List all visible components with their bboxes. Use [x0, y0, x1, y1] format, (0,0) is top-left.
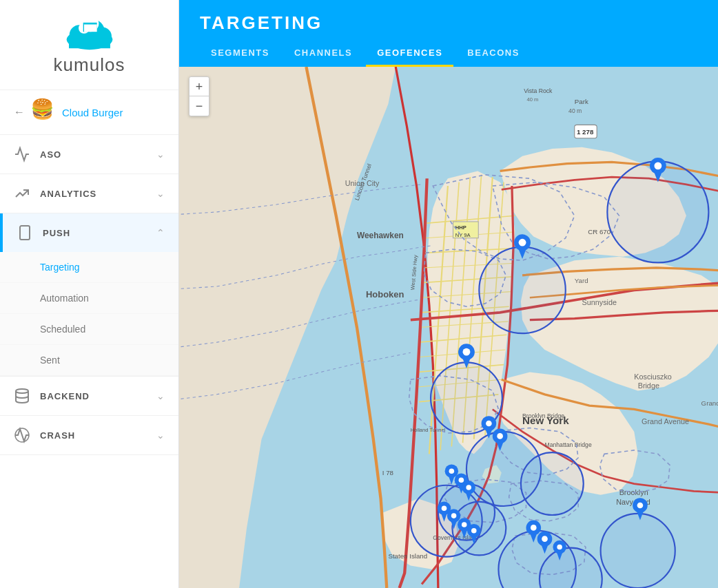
svg-text:Grand Avenue: Grand Avenue [701, 399, 718, 407]
svg-point-72 [479, 247, 565, 333]
svg-text:Grand Avenue: Grand Avenue [642, 417, 689, 426]
logo-text: kumulos [54, 54, 125, 76]
svg-text:Vista Rock: Vista Rock [524, 87, 553, 94]
svg-text:NY 9A: NY 9A [455, 232, 471, 238]
svg-text:Weehawken: Weehawken [357, 231, 404, 240]
svg-rect-4 [69, 39, 110, 49]
svg-text:HHP: HHP [455, 224, 466, 231]
svg-point-93 [486, 421, 492, 427]
svg-point-96 [497, 433, 503, 439]
svg-point-79 [601, 514, 675, 588]
svg-point-114 [462, 522, 467, 527]
back-arrow-icon: ← [14, 106, 25, 118]
map-background: Lincoln Tunnel West Side Hwy Manhattan B… [179, 67, 718, 588]
svg-point-111 [451, 513, 457, 518]
svg-text:Staten Island: Staten Island [388, 552, 427, 560]
svg-text:Park: Park [575, 98, 588, 105]
svg-point-75 [521, 452, 584, 515]
svg-point-90 [463, 348, 471, 356]
svg-text:1 278: 1 278 [577, 128, 594, 136]
tab-beacons[interactable]: BEACONS [456, 41, 531, 67]
zoom-out-button[interactable]: − [189, 96, 209, 116]
svg-point-84 [654, 162, 661, 169]
svg-point-117 [471, 528, 477, 534]
sidebar-item-scheduled[interactable]: Scheduled [0, 314, 178, 345]
app-selector[interactable]: ← 🍔 Cloud Burger [0, 90, 178, 135]
push-icon [17, 224, 33, 241]
sidebar-item-targeting[interactable]: Targeting [0, 252, 178, 283]
nav-item-backend[interactable]: BACKEND ⌄ [0, 377, 178, 415]
crash-chevron-icon: ⌄ [156, 430, 165, 441]
tab-channels[interactable]: CHANNELS [283, 41, 363, 67]
top-bar: TARGETING SEGMENTS CHANNELS GEOFENCES BE… [179, 0, 718, 67]
svg-point-108 [442, 506, 447, 512]
svg-text:Bridge: Bridge [638, 381, 659, 390]
svg-text:Manhattan Bridge: Manhattan Bridge [545, 441, 592, 448]
svg-point-123 [531, 525, 537, 531]
nav-section-push: PUSH ⌃ Targeting Automation Scheduled Se… [0, 213, 178, 377]
svg-text:Sunnyside: Sunnyside [582, 298, 617, 306]
logo-area: kumulos [0, 0, 178, 90]
svg-point-11 [16, 389, 28, 393]
svg-point-126 [542, 536, 548, 542]
svg-text:40 m: 40 m [527, 96, 539, 103]
aso-label: ASO [40, 149, 156, 160]
tab-segments[interactable]: SEGMENTS [200, 41, 280, 67]
svg-rect-8 [84, 25, 97, 32]
push-chevron-icon: ⌃ [156, 227, 165, 238]
push-sub-items: Targeting Automation Scheduled Sent [0, 252, 178, 376]
sidebar: kumulos ← 🍔 Cloud Burger ASO ⌄ ANALYTICS… [0, 0, 179, 588]
backend-chevron-icon: ⌄ [156, 390, 165, 401]
svg-rect-9 [20, 226, 30, 240]
nav-item-analytics[interactable]: ANALYTICS ⌄ [0, 174, 178, 213]
tabs-bar: SEGMENTS CHANNELS GEOFENCES BEACONS [179, 41, 718, 67]
svg-text:Hoboken: Hoboken [366, 289, 404, 300]
svg-text:Union City: Union City [345, 179, 380, 187]
crash-icon [14, 427, 30, 443]
nav-section-crash: CRASH ⌄ [0, 416, 178, 455]
map-container: Lincoln Tunnel West Side Hwy Manhattan B… [179, 67, 718, 588]
svg-text:Holland Tunnel: Holland Tunnel [411, 427, 446, 433]
nav-section-backend: BACKEND ⌄ [0, 377, 178, 416]
svg-text:New York: New York [522, 414, 569, 426]
nav-item-crash[interactable]: CRASH ⌄ [0, 416, 178, 454]
nav-item-aso[interactable]: ASO ⌄ [0, 135, 178, 174]
svg-text:Kosciuszko: Kosciuszko [634, 372, 672, 381]
sidebar-item-sent[interactable]: Sent [0, 345, 178, 376]
main-content: TARGETING SEGMENTS CHANNELS GEOFENCES BE… [179, 0, 718, 588]
svg-point-129 [557, 545, 562, 550]
svg-text:Yard: Yard [575, 277, 588, 284]
nav-section-aso: ASO ⌄ [0, 135, 178, 174]
page-title: TARGETING [179, 0, 718, 41]
svg-text:CR 670: CR 670 [588, 228, 611, 235]
nav-item-push[interactable]: PUSH ⌃ [0, 213, 178, 252]
svg-text:40 m: 40 m [568, 107, 582, 114]
svg-point-120 [637, 503, 644, 509]
svg-text:I 78: I 78 [382, 469, 393, 476]
map-zoom-controls: + − [189, 76, 209, 116]
push-label: PUSH [43, 228, 156, 238]
database-icon [14, 388, 30, 404]
analytics-label: ANALYTICS [40, 189, 156, 199]
analytics-icon [14, 185, 30, 202]
aso-chevron-icon: ⌄ [156, 149, 165, 160]
app-icon: 🍔 [30, 100, 55, 125]
app-name: Cloud Burger [62, 107, 123, 118]
tab-geofences[interactable]: GEOFENCES [366, 41, 453, 67]
backend-label: BACKEND [40, 391, 156, 401]
nav-section-analytics: ANALYTICS ⌄ [0, 174, 178, 213]
zoom-in-button[interactable]: + [189, 77, 209, 96]
svg-point-102 [459, 477, 464, 483]
analytics-chevron-icon: ⌄ [156, 188, 165, 199]
sidebar-item-automation[interactable]: Automation [0, 283, 178, 314]
aso-icon [14, 146, 30, 162]
svg-point-105 [466, 485, 471, 490]
svg-point-87 [519, 239, 526, 246]
svg-point-99 [449, 468, 455, 474]
cloud-logo [62, 14, 117, 52]
crash-label: CRASH [40, 430, 156, 441]
